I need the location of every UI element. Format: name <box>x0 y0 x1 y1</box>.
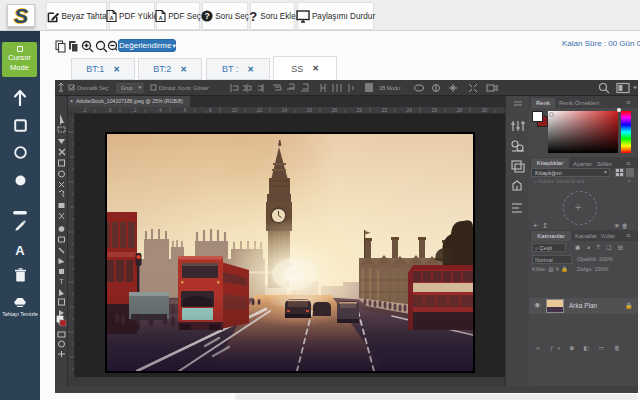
svg-text:?: ? <box>205 11 210 21</box>
svg-text:18: 18 <box>332 108 338 113</box>
svg-text:14: 14 <box>282 108 288 113</box>
svg-text:Grup: Grup <box>121 85 133 91</box>
svg-text:Otomatik Seç:: Otomatik Seç: <box>77 85 110 91</box>
svg-text:4: 4 <box>159 108 162 113</box>
svg-text:12: 12 <box>257 108 263 113</box>
svg-text:28: 28 <box>457 108 463 113</box>
svg-text:A: A <box>110 15 114 21</box>
svg-text:30: 30 <box>482 108 488 113</box>
svg-text:26: 26 <box>432 108 438 113</box>
svg-text:3B Modu:: 3B Modu: <box>379 85 401 91</box>
svg-text:6: 6 <box>184 108 187 113</box>
svg-text:2: 2 <box>84 108 87 113</box>
svg-text:S: S <box>14 5 28 26</box>
svg-text:2: 2 <box>134 108 137 113</box>
svg-text:0: 0 <box>109 108 112 113</box>
svg-text:8: 8 <box>209 108 212 113</box>
svg-text:16: 16 <box>307 108 313 113</box>
svg-text:20: 20 <box>357 108 363 113</box>
svg-text:Dönüşt. Kontr. Göster: Dönüşt. Kontr. Göster <box>159 85 209 91</box>
svg-text:22: 22 <box>382 108 388 113</box>
svg-text:10: 10 <box>232 108 238 113</box>
svg-text:24: 24 <box>407 108 413 113</box>
svg-text:A: A <box>159 15 163 21</box>
svg-text:T: T <box>59 278 64 285</box>
